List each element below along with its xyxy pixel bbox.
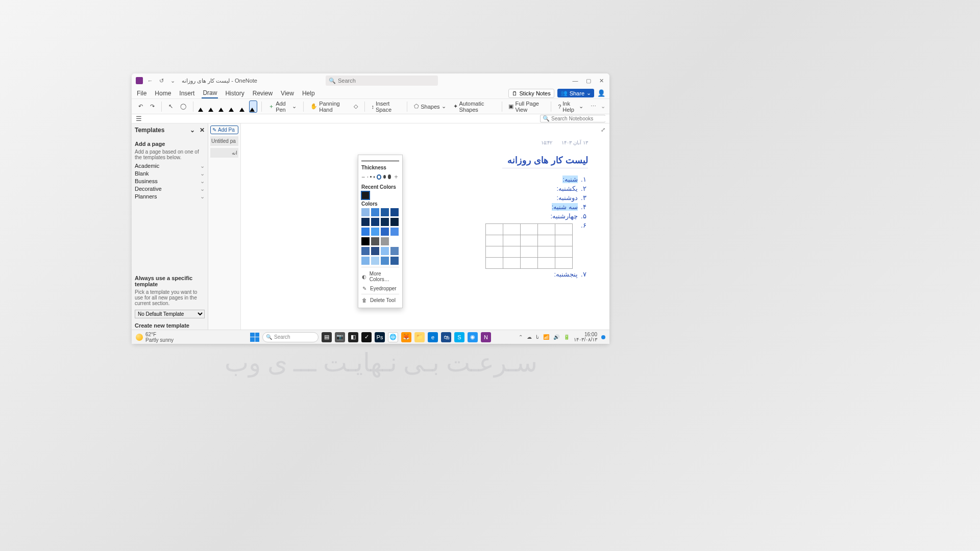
share-button[interactable]: 👥Share ⌄ [557,89,594,97]
tray-chevron-icon[interactable]: ⌃ [519,334,523,340]
color-swatch[interactable] [381,228,389,236]
taskbar-app-ps[interactable]: Ps [375,332,385,342]
add-page-button[interactable]: ✎Add Pa [210,126,238,134]
tpl-cat-business[interactable]: Business⌄ [135,178,205,185]
menu-view[interactable]: View [280,89,295,98]
undo-icon[interactable]: ↺ [157,77,165,85]
automatic-shapes-button[interactable]: ✦Automatic Shapes [451,99,498,114]
eyedropper-button[interactable]: ✎Eyedropper [361,284,399,293]
navigation-toggle[interactable]: ☰ [136,115,142,122]
taskbar-app-explorer[interactable]: 📁 [414,332,425,342]
pen-3[interactable] [218,101,226,113]
color-swatch[interactable] [361,208,370,216]
pen-6-selected[interactable] [249,101,258,113]
sticky-notes-button[interactable]: 🗒Sticky Notes [508,89,554,98]
tray-notification-icon[interactable] [601,335,605,339]
panning-hand-button[interactable]: ✋Panning Hand [308,99,349,114]
pen-4[interactable] [228,101,236,113]
maximize-button[interactable]: ▢ [585,77,592,84]
recent-color-1[interactable] [361,191,370,199]
color-swatch[interactable] [371,247,379,255]
taskbar-app-camera[interactable]: 📷 [335,332,345,342]
thickness-increase[interactable]: ＋ [393,172,399,181]
templates-close-icon[interactable]: ✕ [200,127,205,134]
taskbar-app-edge[interactable]: e [428,332,438,342]
tray-wifi-icon[interactable]: 📶 [543,334,549,340]
taskbar-app-store[interactable]: 🛍 [441,332,451,342]
list-item[interactable]: ۵.چهارشنبه: [485,212,588,220]
thickness-4-selected[interactable] [377,174,381,180]
weather-widget[interactable]: 62°F Partly sunny [136,332,174,343]
more-colors-button[interactable]: ◐More Colors… [361,269,399,284]
list-item[interactable]: ۱.شنبه: [485,176,588,183]
tpl-cat-blank[interactable]: Blank⌄ [135,170,205,178]
eraser-button[interactable]: ◇ [351,102,360,111]
dropdown-icon[interactable]: ⌄ [168,77,177,85]
tray-volume-icon[interactable]: 🔊 [553,334,559,340]
menu-home[interactable]: Home [154,89,172,98]
menu-review[interactable]: Review [252,89,274,98]
menu-help[interactable]: Help [301,89,316,98]
taskbar-app-1[interactable]: ▤ [322,332,332,342]
taskbar-clock[interactable]: 16:00 ۱۴۰۳/۰۸/۱۳ [574,332,597,342]
ink-help-button[interactable]: ?Ink Help ⌄ [555,99,586,114]
lasso-tool[interactable]: ◯ [178,102,189,111]
color-swatch[interactable] [361,228,370,236]
color-swatch[interactable] [390,237,399,245]
back-button[interactable]: ← [146,77,154,85]
expand-icon[interactable]: ⤢ [601,127,605,133]
tray-language-icon[interactable]: نا [536,334,539,340]
tpl-cat-academic[interactable]: Academic⌄ [135,162,205,170]
tpl-cat-decorative[interactable]: Decorative⌄ [135,185,205,193]
thickness-1[interactable] [368,177,368,178]
menu-history[interactable]: History [224,89,245,98]
list-item[interactable]: ۳.دوشنبه: [485,194,588,202]
note-canvas[interactable]: ⤢ ۱۳ آبان ۱۴۰۳ ۱۵:۴۲ لیست کار های روزانه… [241,123,609,344]
menu-insert[interactable]: Insert [178,89,195,98]
taskbar-app-2[interactable]: ◧ [348,332,358,342]
pen-2[interactable] [208,101,216,113]
menu-draw[interactable]: Draw [202,88,218,98]
minimize-button[interactable]: — [572,77,579,84]
thickness-2[interactable] [370,176,371,178]
color-swatch[interactable] [381,257,389,265]
pen-1[interactable] [198,101,206,113]
color-swatch[interactable] [361,218,370,226]
color-swatch[interactable] [381,218,389,226]
default-template-select[interactable]: No Default Template [135,310,205,318]
thickness-6[interactable] [388,174,391,179]
list-item[interactable]: ۲.یکشنبه: [485,185,588,192]
tray-battery-icon[interactable]: 🔋 [564,334,570,340]
search-notebooks-input[interactable] [551,116,609,121]
list-item[interactable]: ۶. [485,221,588,269]
color-swatch[interactable] [390,247,399,255]
redo-button[interactable]: ↷ [148,102,157,111]
page-item-2[interactable]: انه [210,148,238,158]
color-swatch[interactable] [361,247,370,255]
taskbar-app-3[interactable]: ✓ [361,332,372,342]
collapse-ribbon-icon[interactable]: ⌄ [601,103,605,110]
titlebar-search-input[interactable] [338,78,435,84]
full-page-view-button[interactable]: ▣Full Page View [506,99,547,114]
taskbar-app-onenote[interactable]: N [481,332,491,342]
color-swatch[interactable] [390,257,399,265]
tray-onedrive-icon[interactable]: ☁ [527,334,532,340]
color-swatch[interactable] [371,208,379,216]
list-item[interactable]: ۷.پنجشنبه: [485,270,588,278]
color-swatch[interactable] [371,218,379,226]
select-tool[interactable]: ↖ [166,102,176,111]
taskbar-app-firefox[interactable]: 🦊 [401,332,411,342]
titlebar-search[interactable]: 🔍 [326,76,438,86]
color-swatch[interactable] [381,237,389,245]
embedded-table[interactable] [485,223,573,269]
pen-5[interactable] [239,101,247,113]
color-swatch[interactable] [361,257,370,265]
shapes-button[interactable]: ⬠Shapes ⌄ [411,102,448,111]
taskbar-search[interactable]: 🔍Search [262,332,318,342]
thickness-decrease[interactable]: − [361,173,365,181]
note-title[interactable]: لیست کار های روزانه [502,155,588,168]
taskbar-app-4[interactable]: ◉ [468,332,478,342]
templates-collapse-icon[interactable]: ⌄ [190,127,195,134]
color-swatch[interactable] [371,257,379,265]
color-swatch[interactable] [390,228,399,236]
